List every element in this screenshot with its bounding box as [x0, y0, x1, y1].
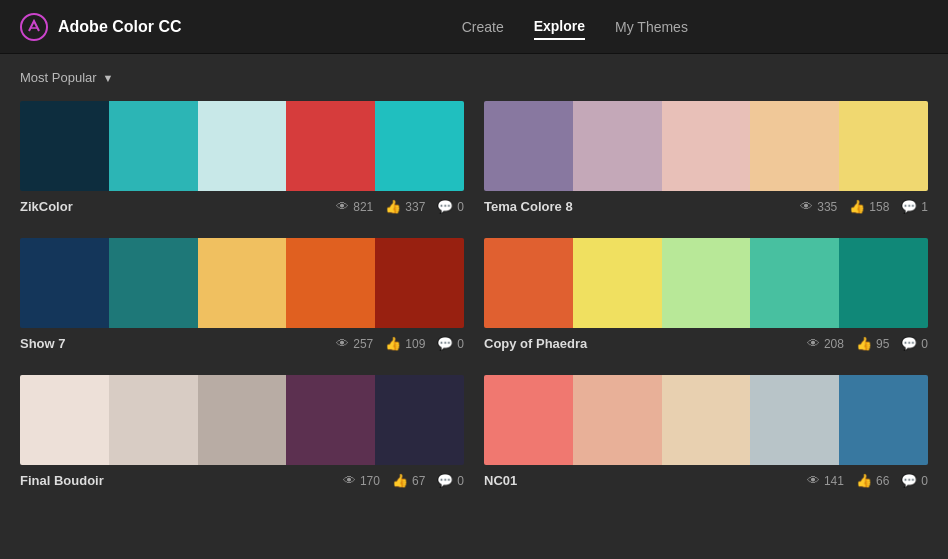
- thumbs-up-icon: 👍: [385, 199, 401, 214]
- palette-swatch: [750, 101, 839, 191]
- nav-explore[interactable]: Explore: [534, 14, 585, 40]
- app-logo-text: Adobe Color CC: [58, 18, 182, 36]
- likes-stat[interactable]: 👍158: [849, 199, 889, 214]
- palette-swatch: [839, 101, 928, 191]
- theme-card: Copy of Phaedra👁208👍95💬0: [484, 238, 928, 355]
- comments-stat[interactable]: 💬0: [437, 336, 464, 351]
- theme-stats: 👁141👍66💬0: [807, 473, 928, 488]
- theme-name: Copy of Phaedra: [484, 336, 807, 351]
- palette-swatch: [109, 375, 198, 465]
- palette-swatch: [109, 238, 198, 328]
- palette-swatch: [839, 238, 928, 328]
- app-logo-icon: [20, 13, 48, 41]
- theme-card: ZikColor👁821👍337💬0: [20, 101, 464, 218]
- theme-card: Show 7👁257👍109💬0: [20, 238, 464, 355]
- views-count: 257: [353, 337, 373, 351]
- comments-count: 0: [921, 474, 928, 488]
- comment-icon: 💬: [901, 199, 917, 214]
- theme-name: Final Boudoir: [20, 473, 343, 488]
- palette-swatch: [573, 238, 662, 328]
- palette-swatch: [198, 101, 287, 191]
- filter-label[interactable]: Most Popular: [20, 70, 97, 85]
- palette-swatch: [20, 238, 109, 328]
- palette-5[interactable]: [484, 375, 928, 465]
- views-count: 208: [824, 337, 844, 351]
- comments-count: 1: [921, 200, 928, 214]
- theme-grid: ZikColor👁821👍337💬0Tema Colore 8👁335👍158💬…: [0, 101, 948, 512]
- nav-my-themes[interactable]: My Themes: [615, 15, 688, 39]
- palette-swatch: [750, 238, 839, 328]
- palette-swatch: [20, 101, 109, 191]
- palette-3[interactable]: [484, 238, 928, 328]
- theme-meta: Show 7👁257👍109💬0: [20, 328, 464, 355]
- views-stat: 👁170: [343, 473, 380, 488]
- likes-count: 95: [876, 337, 889, 351]
- views-stat: 👁208: [807, 336, 844, 351]
- likes-count: 158: [869, 200, 889, 214]
- palette-swatch: [662, 375, 751, 465]
- theme-meta: Tema Colore 8👁335👍158💬1: [484, 191, 928, 218]
- theme-name: NC01: [484, 473, 807, 488]
- svg-point-0: [21, 14, 47, 40]
- thumbs-up-icon: 👍: [856, 473, 872, 488]
- palette-swatch: [750, 375, 839, 465]
- likes-stat[interactable]: 👍67: [392, 473, 425, 488]
- eye-icon: 👁: [807, 473, 820, 488]
- app-header: Adobe Color CC Create Explore My Themes: [0, 0, 948, 54]
- chevron-down-icon[interactable]: ▼: [103, 72, 114, 84]
- eye-icon: 👁: [343, 473, 356, 488]
- theme-stats: 👁170👍67💬0: [343, 473, 464, 488]
- comment-icon: 💬: [437, 199, 453, 214]
- palette-swatch: [573, 101, 662, 191]
- logo-area: Adobe Color CC: [20, 13, 182, 41]
- comments-stat[interactable]: 💬0: [901, 336, 928, 351]
- comments-stat[interactable]: 💬0: [437, 199, 464, 214]
- palette-swatch: [662, 101, 751, 191]
- theme-name: Tema Colore 8: [484, 199, 800, 214]
- nav-create[interactable]: Create: [462, 15, 504, 39]
- palette-swatch: [286, 238, 375, 328]
- comments-stat[interactable]: 💬0: [437, 473, 464, 488]
- views-stat: 👁141: [807, 473, 844, 488]
- likes-count: 337: [405, 200, 425, 214]
- theme-stats: 👁821👍337💬0: [336, 199, 464, 214]
- theme-meta: ZikColor👁821👍337💬0: [20, 191, 464, 218]
- subheader: Most Popular ▼: [0, 54, 948, 101]
- palette-swatch: [375, 375, 464, 465]
- palette-4[interactable]: [20, 375, 464, 465]
- theme-card: NC01👁141👍66💬0: [484, 375, 928, 492]
- palette-swatch: [20, 375, 109, 465]
- comments-stat[interactable]: 💬1: [901, 199, 928, 214]
- palette-1[interactable]: [484, 101, 928, 191]
- likes-stat[interactable]: 👍337: [385, 199, 425, 214]
- views-count: 821: [353, 200, 373, 214]
- theme-stats: 👁208👍95💬0: [807, 336, 928, 351]
- palette-swatch: [484, 238, 573, 328]
- comments-stat[interactable]: 💬0: [901, 473, 928, 488]
- views-stat: 👁335: [800, 199, 837, 214]
- eye-icon: 👁: [807, 336, 820, 351]
- eye-icon: 👁: [800, 199, 813, 214]
- palette-2[interactable]: [20, 238, 464, 328]
- palette-swatch: [286, 101, 375, 191]
- views-stat: 👁257: [336, 336, 373, 351]
- comment-icon: 💬: [437, 336, 453, 351]
- palette-0[interactable]: [20, 101, 464, 191]
- palette-swatch: [198, 375, 287, 465]
- theme-name: ZikColor: [20, 199, 336, 214]
- palette-swatch: [484, 101, 573, 191]
- palette-swatch: [109, 101, 198, 191]
- thumbs-up-icon: 👍: [849, 199, 865, 214]
- likes-stat[interactable]: 👍109: [385, 336, 425, 351]
- views-count: 335: [817, 200, 837, 214]
- theme-card: Final Boudoir👁170👍67💬0: [20, 375, 464, 492]
- likes-stat[interactable]: 👍95: [856, 336, 889, 351]
- comments-count: 0: [457, 337, 464, 351]
- likes-stat[interactable]: 👍66: [856, 473, 889, 488]
- palette-swatch: [839, 375, 928, 465]
- palette-swatch: [375, 101, 464, 191]
- comment-icon: 💬: [901, 473, 917, 488]
- main-nav: Create Explore My Themes: [222, 14, 928, 40]
- palette-swatch: [286, 375, 375, 465]
- comment-icon: 💬: [437, 473, 453, 488]
